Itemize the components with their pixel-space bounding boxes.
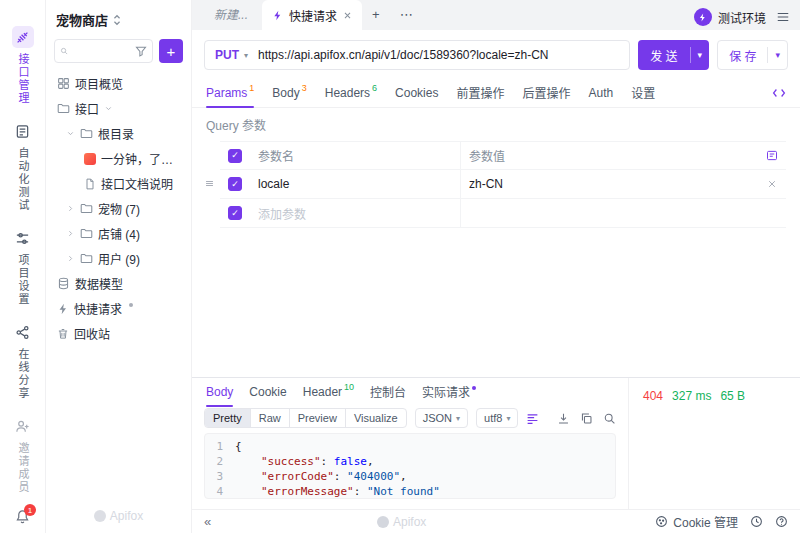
tree-item-label: 店铺 (4) <box>98 225 140 242</box>
environment-selector[interactable]: 测试环境 <box>694 8 766 26</box>
chevron-right-icon[interactable] <box>66 229 75 238</box>
response-tab-cookie[interactable]: Cookie <box>249 377 286 407</box>
chevron-down-icon[interactable] <box>104 104 113 113</box>
tree-item-shop-folder[interactable]: 店铺 (4) <box>54 221 183 246</box>
search-input[interactable] <box>72 44 131 58</box>
rail-item-api-management[interactable]: 接口管理 <box>12 26 34 105</box>
bulk-edit-icon[interactable] <box>766 149 778 162</box>
param-value-cell[interactable] <box>460 199 758 227</box>
language-select[interactable]: JSON▾ <box>415 408 468 428</box>
sidebar-item-label: 项目概览 <box>75 75 123 92</box>
response-tab-header[interactable]: Header10 <box>303 377 354 407</box>
copy-icon[interactable] <box>580 412 593 425</box>
sidebar-item-label: 回收站 <box>74 325 110 342</box>
tab-label: Cookie <box>249 385 286 399</box>
response-tab-body[interactable]: Body <box>206 377 233 407</box>
select-all-checkbox[interactable] <box>228 149 242 163</box>
code-view-icon[interactable] <box>772 86 786 100</box>
tree-item-root-folder[interactable]: 根目录 <box>54 121 183 146</box>
mode-pretty[interactable]: Pretty <box>205 409 251 427</box>
chevron-right-icon[interactable] <box>66 254 75 263</box>
folder-icon <box>57 102 70 115</box>
chevron-right-icon[interactable] <box>66 204 75 213</box>
sidebar-item-data-models[interactable]: 数据模型 <box>54 271 183 296</box>
tree-item-pets-folder[interactable]: 宠物 (7) <box>54 196 183 221</box>
tab-quick-request[interactable]: 快捷请求 <box>262 0 362 30</box>
project-name: 宠物商店 <box>56 10 108 29</box>
url-input[interactable] <box>258 48 629 62</box>
project-switcher[interactable]: 宠物商店 <box>54 10 183 39</box>
param-name-cell[interactable]: locale <box>250 177 460 191</box>
tab-settings[interactable]: 设置 <box>631 78 655 108</box>
menu-icon[interactable] <box>776 10 790 24</box>
tree-item-users-folder[interactable]: 用户 (9) <box>54 246 183 271</box>
param-value-cell[interactable]: zh-CN <box>460 170 758 198</box>
method-select[interactable]: PUT ▾ <box>205 48 258 62</box>
format-icon[interactable] <box>526 412 539 425</box>
chevron-down-icon[interactable]: ▾ <box>691 50 710 60</box>
sidebar-item-label: 快捷请求 <box>74 300 122 317</box>
send-button[interactable]: 发 送 ▾ <box>638 40 709 70</box>
tab-new[interactable]: 新建... <box>200 5 262 30</box>
download-icon[interactable] <box>557 412 570 425</box>
status-bar-right: Cookie 管理 <box>655 513 788 530</box>
response-time: 327 ms <box>672 389 711 403</box>
collapse-sidebar-button[interactable]: « <box>204 514 211 529</box>
new-tab-button[interactable]: + <box>362 7 390 30</box>
chevron-down-icon[interactable]: ▾ <box>768 50 787 60</box>
mode-visualize[interactable]: Visualize <box>346 409 406 427</box>
tab-headers[interactable]: Headers6 <box>325 78 377 108</box>
row-checkbox[interactable] <box>228 206 242 220</box>
sidebar-section-api[interactable]: 接口 <box>54 96 183 121</box>
param-add-row[interactable]: 添加参数 <box>220 199 786 228</box>
cookie-manager-button[interactable]: Cookie 管理 <box>655 513 738 530</box>
folder-icon <box>80 252 93 265</box>
tab-label: 前置操作 <box>456 84 504 101</box>
tab-cookies[interactable]: Cookies <box>395 78 438 108</box>
notifications-button[interactable]: 1 <box>15 509 30 524</box>
save-button[interactable]: 保 存 ▾ <box>717 40 788 70</box>
row-checkbox[interactable] <box>228 177 242 191</box>
close-icon[interactable] <box>343 11 352 20</box>
add-button[interactable]: + <box>159 39 183 63</box>
delete-row-icon[interactable] <box>767 179 777 189</box>
rail-item-invite-members[interactable]: 邀请成员 <box>12 415 34 494</box>
rail-item-auto-test[interactable]: 自动化测试 <box>12 120 34 212</box>
document-tabbar: 新建... 快捷请求 + ⋯ 测试环境 <box>192 0 800 30</box>
tree-item-guide-doc[interactable]: 一分钟，了解 Apifox! <box>54 146 183 171</box>
col-param-name: 参数名 <box>250 147 460 164</box>
sidebar-item-quick-request[interactable]: 快捷请求 <box>54 296 183 321</box>
folder-icon <box>80 127 93 140</box>
row-checkbox-cell <box>220 206 250 220</box>
sidebar-item-recycle-bin[interactable]: 回收站 <box>54 321 183 346</box>
help-icon[interactable] <box>775 515 788 528</box>
method-value: PUT <box>215 48 239 62</box>
charset-select[interactable]: utf8▾ <box>476 408 518 428</box>
left-rail: 接口管理 自动化测试 项目设置 在线分享 邀请成员 <box>0 0 46 533</box>
add-param-placeholder[interactable]: 添加参数 <box>250 205 460 222</box>
sidebar-item-overview[interactable]: 项目概览 <box>54 71 183 96</box>
search-icon[interactable] <box>603 412 616 425</box>
response-tab-console[interactable]: 控制台 <box>370 377 406 407</box>
history-icon[interactable] <box>750 515 763 528</box>
tab-label: 设置 <box>631 84 655 101</box>
tab-body[interactable]: Body3 <box>272 78 306 108</box>
tab-label: 快捷请求 <box>289 7 337 24</box>
tree-item-api-doc-notes[interactable]: 接口文档说明 <box>54 171 183 196</box>
mode-preview[interactable]: Preview <box>290 409 346 427</box>
drag-handle-icon[interactable] <box>204 178 215 189</box>
tab-more-button[interactable]: ⋯ <box>390 7 423 30</box>
response-tab-actual-request[interactable]: 实际请求 <box>422 377 476 407</box>
chevron-down-icon[interactable] <box>66 129 75 138</box>
response-tabs: Body Cookie Header10 控制台 实际请求 <box>192 378 628 405</box>
rail-item-online-share[interactable]: 在线分享 <box>12 321 34 400</box>
tab-pre-processors[interactable]: 前置操作 <box>456 78 504 108</box>
database-icon <box>57 277 70 290</box>
tab-auth[interactable]: Auth <box>589 78 614 108</box>
tab-post-processors[interactable]: 后置操作 <box>522 78 570 108</box>
mode-raw[interactable]: Raw <box>251 409 290 427</box>
rail-item-project-settings[interactable]: 项目设置 <box>12 227 34 306</box>
sidebar-item-label: 数据模型 <box>75 275 123 292</box>
tab-params[interactable]: Params1 <box>206 78 254 108</box>
filter-icon[interactable] <box>135 45 147 57</box>
